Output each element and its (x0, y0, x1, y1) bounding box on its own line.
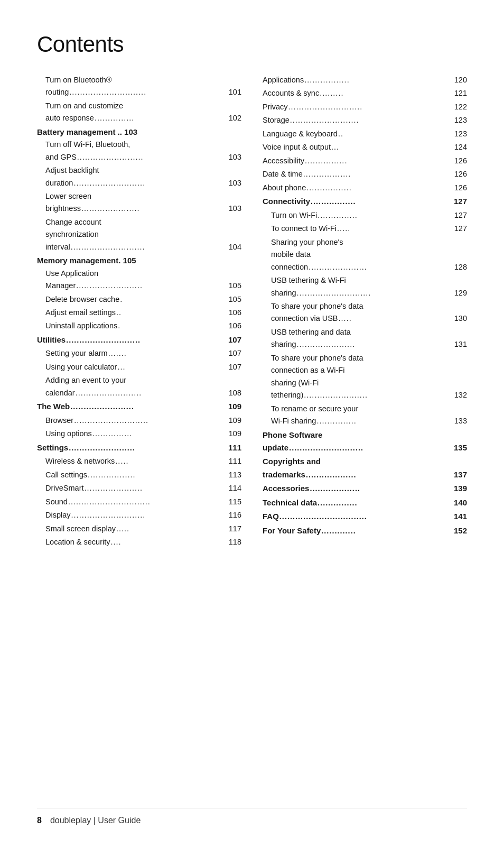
toc-item-leader: ........................... (73, 177, 228, 189)
toc-item-text: Turn on and customize (45, 100, 123, 112)
toc-item: trademarks...................137 (263, 468, 467, 482)
toc-item-leader: ..... (339, 312, 454, 324)
toc-item: connection......................128 (263, 261, 467, 274)
toc-item-page: 137 (454, 468, 467, 481)
toc-item-text: Connectivity (263, 195, 310, 207)
toc-item-text: tethering) (271, 389, 303, 401)
toc-item: Technical data ...............140 (263, 496, 467, 510)
toc-item: Change account (37, 216, 241, 228)
toc-item-leader: ..... (337, 223, 454, 234)
toc-item-text: Utilities (37, 334, 66, 346)
toc-item-text: trademarks (263, 468, 305, 481)
toc-item-leader: ...................... (297, 338, 454, 350)
toc-item: Memory management. 105 (37, 254, 241, 266)
toc-item: Lower screen (37, 190, 241, 202)
toc-item-text: Sharing your phone's (271, 236, 343, 248)
toc-item-page: 130 (454, 312, 467, 324)
toc-item-text: Wireless & networks (45, 455, 115, 467)
toc-item-text: Turn on Bluetooth® (45, 74, 111, 86)
toc-item: About phone.................126 (263, 182, 467, 195)
toc-item: Adjust email settings..106 (37, 307, 241, 319)
toc-item-leader: ................................. (279, 511, 453, 522)
toc-item-page: 141 (454, 510, 467, 522)
toc-item: Wireless & networks.....111 (37, 455, 241, 468)
toc-item-page: 123 (454, 114, 467, 126)
toc-item-text: Storage (263, 114, 290, 126)
toc-item-leader: ............................ (71, 509, 228, 521)
toc-item: Utilities............................107 (37, 334, 241, 347)
toc-item-leader: ......................... (77, 151, 228, 163)
toc-item-text: Settings (37, 441, 68, 454)
toc-item: tethering)........................132 (263, 389, 467, 402)
toc-item-leader: ........................ (304, 389, 454, 401)
toc-item-leader: ...................... (309, 261, 454, 273)
toc-item-text: Copyrights and (263, 455, 321, 467)
toc-item-leader: ............. (321, 525, 453, 537)
toc-item-text: FAQ (263, 510, 279, 522)
toc-item-text: Adjust backlight (45, 164, 99, 176)
toc-item: auto response...............102 (37, 112, 241, 125)
toc-item-text: Applications (263, 74, 304, 86)
toc-item: Wi-Fi sharing...............133 (263, 415, 467, 428)
toc-item-text: Accessibility (263, 155, 304, 167)
toc-item: Browser............................109 (37, 414, 241, 427)
toc-item: Using options...............109 (37, 428, 241, 440)
toc-item-text: Memory management. 105 (37, 254, 136, 266)
toc-item: Accounts & sync .........121 (263, 87, 467, 100)
toc-item-text: Using options (45, 428, 92, 439)
toc-item-page: 123 (454, 128, 467, 140)
toc-item-leader: ........................ (70, 401, 228, 412)
toc-item-text: To rename or secure your (271, 403, 358, 414)
toc-item-leader: ............................ (74, 414, 228, 426)
toc-left-column: Turn on Bluetooth®routing...............… (37, 74, 257, 787)
toc-item: Voice input & output...124 (263, 141, 467, 154)
toc-item-page: 140 (454, 496, 467, 509)
toc-item-page: 127 (454, 195, 467, 207)
toc-item-leader: ................ (305, 155, 454, 167)
toc-item: connection as a Wi-Fi (263, 364, 467, 376)
toc-item-text: To share your phone's data (271, 300, 363, 312)
toc-item-page: 106 (229, 320, 241, 331)
toc-item-leader: ............................ (289, 442, 453, 454)
toc-item-text: Turn off Wi-Fi, Bluetooth, (45, 139, 130, 150)
toc-item-text: About phone (263, 182, 306, 193)
toc-item-page: 127 (454, 209, 467, 221)
toc-item-page: 103 (229, 177, 241, 189)
toc-item-leader: ......................... (76, 280, 228, 291)
toc-item-text: and GPS (45, 151, 77, 163)
toc-item-page: 101 (229, 86, 241, 98)
toc-item: interval............................104 (37, 241, 241, 254)
toc-item-page: 120 (454, 74, 467, 86)
toc-item-leader: . (120, 293, 228, 305)
toc-item-page: 152 (454, 524, 467, 537)
toc-item: Language & keyboard..123 (263, 128, 467, 141)
toc-item: Sound...............................115 (37, 496, 241, 509)
toc-item-leader: ...................... (81, 202, 228, 214)
toc-item-page: 107 (229, 361, 241, 373)
toc-item-leader: ................. (306, 182, 454, 193)
toc-item-page: 107 (228, 334, 241, 346)
page-title: Contents (37, 32, 467, 57)
toc-item-leader: ............................ (297, 287, 454, 299)
toc-item-page: 131 (454, 338, 467, 350)
toc-item: Display ............................116 (37, 509, 241, 522)
toc-item-text: calendar (45, 387, 75, 399)
toc-item-page: 109 (229, 428, 241, 439)
toc-item-text: Adjust email settings (45, 307, 116, 318)
toc-item-text: Change account (45, 216, 101, 228)
toc-item-leader: .... (111, 536, 228, 548)
toc-item: To share your phone's data (263, 300, 467, 312)
footer-title: doubleplay | User Guide (50, 816, 141, 825)
toc-item-text: Lower screen (45, 190, 91, 202)
toc-item-page: 132 (454, 389, 467, 401)
toc-item-page: 108 (229, 387, 241, 399)
toc-item-text: Date & time (263, 168, 303, 180)
toc-item: Turn on Wi-Fi...............127 (263, 209, 467, 222)
toc-item-text: DriveSmart (45, 482, 84, 494)
toc-item-page: 107 (229, 347, 241, 359)
toc-item-leader: ............................ (71, 241, 228, 253)
toc-item: Uninstall applications .106 (37, 320, 241, 333)
toc-item-page: 121 (454, 87, 467, 99)
toc-item-text: connection via USB (271, 312, 338, 324)
toc-item-page: 106 (229, 307, 241, 318)
